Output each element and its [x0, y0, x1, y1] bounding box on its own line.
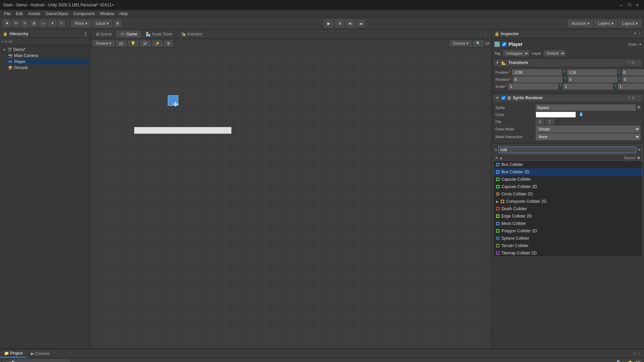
- search-item-capsule-collider[interactable]: Capsule Collider: [493, 176, 642, 183]
- search-item-sphere-collider[interactable]: Sphere Collider: [493, 235, 642, 242]
- demo-menu[interactable]: ⋮: [84, 48, 88, 52]
- sprite-field[interactable]: [536, 105, 636, 111]
- audio-toggle[interactable]: 🔊: [140, 40, 151, 47]
- sprite-renderer-header[interactable]: ▼ 🖼 Sprite Renderer ? ⚙ ⋮: [493, 94, 642, 102]
- transform-help-icon[interactable]: ?: [628, 60, 630, 65]
- light-toggle[interactable]: 💡: [128, 40, 139, 47]
- flip-y-button[interactable]: Y: [545, 119, 554, 125]
- gizmos-dropdown[interactable]: Gizmos ▾: [450, 40, 471, 47]
- add-hierarchy-icon[interactable]: +: [1, 39, 4, 44]
- fx-toggle[interactable]: ✨: [152, 40, 163, 47]
- local-dropdown[interactable]: Local ▾: [92, 20, 113, 27]
- rect-tool[interactable]: ▭: [39, 20, 47, 27]
- search-item-box-collider[interactable]: Box Collider: [493, 161, 642, 168]
- transform-tool[interactable]: ✦: [49, 20, 56, 27]
- go-active-checkbox[interactable]: [502, 42, 506, 47]
- sprite-menu-icon[interactable]: ⋮: [636, 96, 640, 100]
- move-handle[interactable]: ✛: [173, 100, 178, 108]
- tag-dropdown[interactable]: Untagged: [503, 50, 529, 56]
- transform-settings-icon[interactable]: ⚙: [631, 60, 635, 65]
- ground-scene-object[interactable]: [134, 127, 231, 134]
- layout-dropdown[interactable]: Layout ▾: [619, 20, 641, 27]
- rot-z-field[interactable]: [622, 76, 644, 82]
- move-tool[interactable]: ✛: [12, 20, 20, 27]
- transform-menu-icon[interactable]: ⋮: [636, 60, 640, 65]
- step-button[interactable]: ⏭: [346, 19, 355, 27]
- pos-x-field[interactable]: [512, 69, 562, 75]
- sprite-settings-icon[interactable]: ⚙: [631, 96, 635, 100]
- overlay-toggle[interactable]: ⊞: [164, 40, 173, 47]
- layers-dropdown[interactable]: Layers ▾: [594, 20, 617, 27]
- rot-x-field[interactable]: [513, 76, 562, 82]
- menu-window[interactable]: Window: [97, 11, 117, 17]
- mask-dropdown[interactable]: None: [536, 133, 640, 140]
- search-scene[interactable]: 🔍: [473, 40, 484, 47]
- hierarchy-menu-icon[interactable]: ⋮: [84, 32, 88, 36]
- draw-mode-dropdown[interactable]: Simple: [536, 126, 640, 132]
- pause-button[interactable]: ⏸: [335, 19, 344, 27]
- hierarchy-item-demo[interactable]: ▼ 🎬 Demo* ⋮: [1, 47, 89, 53]
- sprite-active-checkbox[interactable]: [501, 96, 505, 100]
- sprite-picker-icon[interactable]: ◉: [637, 105, 640, 111]
- hand-tool[interactable]: ☚: [3, 20, 11, 27]
- collab-btn[interactable]: ☁: [357, 20, 365, 27]
- menu-assets[interactable]: Assets: [25, 11, 43, 17]
- sprite-help-icon[interactable]: ?: [628, 96, 630, 100]
- menu-file[interactable]: File: [1, 11, 13, 17]
- scale-z-field[interactable]: [618, 83, 644, 89]
- scale-y-field[interactable]: [563, 83, 613, 89]
- custom-tool[interactable]: ✂: [58, 20, 65, 27]
- pos-y-field[interactable]: [567, 69, 617, 75]
- search-item-circle-collider-2d[interactable]: Circle Collider 2D: [493, 190, 642, 198]
- rot-y-field[interactable]: [568, 76, 618, 82]
- go-static-dropdown[interactable]: ▾: [639, 42, 641, 47]
- tab-asset-store[interactable]: 🏪 Asset Store: [142, 31, 177, 38]
- project-maximize-icon[interactable]: ↗: [633, 351, 636, 356]
- hierarchy-item-maincamera[interactable]: 📷 Main Camera: [7, 53, 89, 59]
- project-menu-icon[interactable]: ⋮: [637, 351, 641, 356]
- tab-project[interactable]: 📁 Project: [0, 350, 27, 358]
- search-header-icon[interactable]: ◉: [637, 156, 640, 160]
- tab-animator[interactable]: 🎭 Animator: [177, 31, 207, 38]
- flip-x-button[interactable]: X: [536, 119, 544, 125]
- tab-console[interactable]: ▶ Console: [27, 350, 54, 357]
- scale-x-field[interactable]: [508, 83, 558, 89]
- hierarchy-item-ground[interactable]: 📦 Ground: [7, 65, 89, 71]
- color-swatch[interactable]: [536, 112, 576, 118]
- search-item-capsule-collider-2d[interactable]: Capsule Collider 2D: [493, 183, 642, 190]
- transform-header[interactable]: ▼ 📐 Transform ? ⚙ ⋮: [493, 59, 642, 66]
- maximize-button[interactable]: ❐: [626, 2, 633, 8]
- menu-gameobject[interactable]: GameObject: [43, 11, 71, 17]
- filter-icon-1[interactable]: 🔍: [616, 360, 622, 362]
- project-search-input[interactable]: [9, 359, 70, 362]
- scene-tabs-menu[interactable]: ⋮: [481, 31, 490, 38]
- component-search-input[interactable]: [498, 146, 636, 153]
- search-clear-icon[interactable]: ✕: [638, 147, 641, 152]
- rotate-tool[interactable]: ↻: [21, 20, 29, 27]
- search-item-terrain-collider[interactable]: Terrain Collider: [493, 242, 642, 249]
- project-filter-icon[interactable]: ▾: [6, 360, 8, 362]
- minimize-button[interactable]: —: [618, 2, 625, 8]
- inspector-maximize-icon[interactable]: ↗: [633, 32, 636, 36]
- search-item-polygon-collider-2d[interactable]: Polygon Collider 2D: [493, 227, 642, 235]
- account-dropdown[interactable]: Account ▾: [568, 20, 593, 27]
- search-item-box-collider-2d[interactable]: Box Collider 2D: [493, 168, 642, 176]
- search-item-composite-collider-2d[interactable]: ▶ Composite Collider 2D: [493, 198, 642, 205]
- tab-scene[interactable]: ⊞ Scene: [92, 31, 116, 38]
- filter-icon-3[interactable]: ⭐: [628, 360, 633, 362]
- hierarchy-item-player[interactable]: 🎮 Player: [7, 59, 89, 65]
- layer-dropdown[interactable]: Default: [544, 50, 566, 56]
- 2d-toggle[interactable]: 2D: [116, 41, 126, 47]
- menu-help[interactable]: Help: [117, 11, 130, 17]
- play-button[interactable]: ▶: [324, 19, 334, 27]
- scale-tool[interactable]: ⊞: [30, 20, 38, 27]
- add-project-icon[interactable]: +: [2, 360, 5, 362]
- search-item-edge-collider-2d[interactable]: Edge Collider 2D: [493, 213, 642, 220]
- search-item-death-collider[interactable]: Death Collider: [493, 205, 642, 213]
- color-eyedropper-icon[interactable]: 💧: [579, 112, 584, 118]
- menu-component[interactable]: Component: [71, 11, 97, 17]
- inspector-menu-icon[interactable]: ⋮: [638, 32, 641, 36]
- filter-icon-2[interactable]: ✏: [623, 360, 626, 362]
- shaded-dropdown[interactable]: Shaded ▾: [93, 40, 114, 47]
- close-button[interactable]: ✕: [634, 2, 641, 8]
